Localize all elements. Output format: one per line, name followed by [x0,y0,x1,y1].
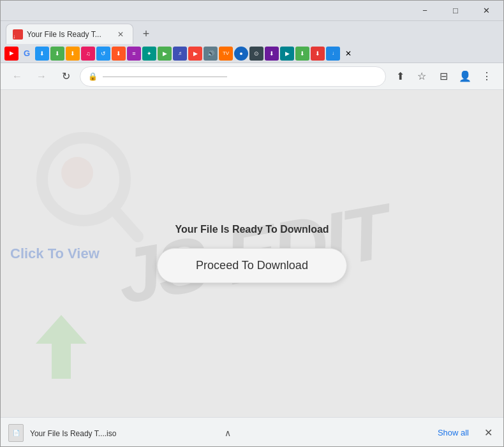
ext-icon-21[interactable]: ✕ [341,47,355,61]
download-dialog: Your File Is Ready To Download Proceed T… [157,224,347,283]
ext-icon-13[interactable]: TV [219,47,233,61]
tab-title: Your File Is Ready T... [27,30,111,39]
google-icon[interactable]: G [20,47,34,61]
ready-text: Your File Is Ready To Download [175,224,329,235]
tab-favicon: ↓ [13,29,23,40]
ext-icon-4[interactable]: ♫ [81,47,95,61]
download-info: Your File Is Ready T....iso [30,427,214,439]
ext-icon-20[interactable]: ↓ [326,47,340,61]
ext-icon-3[interactable]: ⬇ [66,47,80,61]
ext-icon-5[interactable]: ↺ [96,47,110,61]
svg-marker-3 [36,315,87,379]
toolbar-icons: ▶ G ⬇ ⬇ ⬇ ♫ ↺ ⬇ ≡ ✦ ▶ ♬ ▶ 🔊 TV ● ⊙ ⬇ ▶ ⬇… [1,44,503,63]
download-file-icon: 📄 [8,424,24,442]
ext-icon-15[interactable]: ⊙ [249,47,263,61]
extension-button[interactable]: ⊟ [433,66,454,87]
tab-close-button[interactable]: ✕ [115,29,126,40]
proceed-to-download-button[interactable]: Proceed To Download [157,248,347,283]
ext-icon-14[interactable]: ● [234,47,248,61]
share-button[interactable]: ⬆ [390,66,410,87]
ext-icon-2[interactable]: ⬇ [50,47,64,61]
ext-icon-11[interactable]: ▶ [188,47,202,61]
profile-button[interactable]: 👤 [455,66,475,87]
ext-icon-8[interactable]: ✦ [142,47,156,61]
nav-actions: ⬆ ☆ ⊟ 👤 ⋮ [390,66,497,87]
address-text: ——————————————— [103,71,378,81]
minimize-button[interactable]: − [410,1,440,21]
download-chevron[interactable]: ∧ [220,425,235,441]
ext-icon-9[interactable]: ▶ [158,47,172,61]
ext-icon-1[interactable]: ⬇ [35,47,49,61]
forward-button[interactable]: → [31,66,52,87]
show-all-button[interactable]: Show all [433,425,474,440]
click-to-view: Click To View [10,245,100,262]
ext-icon-18[interactable]: ⬇ [295,47,309,61]
close-button[interactable]: ✕ [471,1,501,21]
ext-icon-6[interactable]: ⬇ [112,47,126,61]
menu-button[interactable]: ⋮ [477,66,497,87]
ext-icon-7[interactable]: ≡ [127,47,141,61]
window-controls: − □ ✕ [410,1,501,21]
download-filename: Your File Is Ready T....iso [30,429,116,438]
tab-bar: ↓ Your File Is Ready T... ✕ + [1,21,503,44]
reload-button[interactable]: ↻ [56,66,76,87]
address-bar[interactable]: 🔒 ——————————————— [80,66,386,87]
bookmark-button[interactable]: ☆ [411,66,432,87]
active-tab[interactable]: ↓ Your File Is Ready T... ✕ [6,24,133,44]
ext-icon-17[interactable]: ▶ [280,47,294,61]
back-button[interactable]: ← [7,66,27,87]
maximize-button[interactable]: □ [441,1,470,21]
ext-icon-16[interactable]: ⬇ [265,47,279,61]
ext-icon-12[interactable]: 🔊 [204,47,218,61]
bg-arrow [36,315,87,379]
nav-bar: ← → ↻ 🔒 ——————————————— ⬆ ☆ ⊟ 👤 ⋮ [1,63,503,90]
ext-icon-19[interactable]: ⬇ [311,47,325,61]
ext-icon-10[interactable]: ♬ [173,47,187,61]
download-bar: 📄 Your File Is Ready T....iso ∧ Show all… [1,417,503,447]
new-tab-button[interactable]: + [136,24,156,44]
title-bar: − □ ✕ [1,1,503,21]
youtube-icon[interactable]: ▶ [4,47,19,61]
download-close-button[interactable]: ✕ [480,425,496,441]
lock-icon: 🔒 [88,72,98,81]
content-area: JS-EDIT Click To View Your File Is Ready… [1,90,503,417]
